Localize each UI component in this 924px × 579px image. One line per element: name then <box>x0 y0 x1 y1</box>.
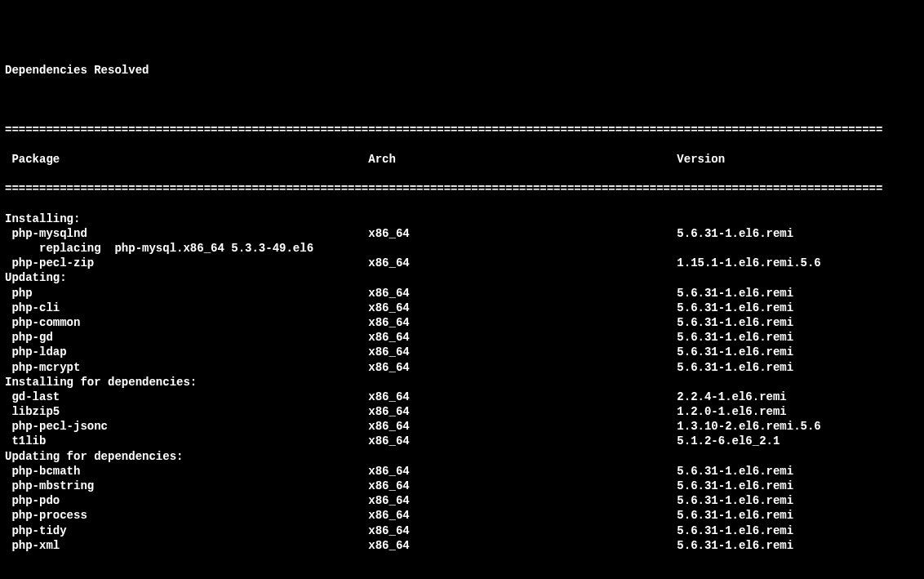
title-line: Dependencies Resolved <box>5 64 149 77</box>
separator-header: ========================================… <box>5 182 882 195</box>
header-row: Package Arch Version <box>5 153 725 166</box>
package-body: Installing: php-mysqlnd x86_64 5.6.31-1.… <box>5 212 821 552</box>
separator-top: ========================================… <box>5 123 882 136</box>
